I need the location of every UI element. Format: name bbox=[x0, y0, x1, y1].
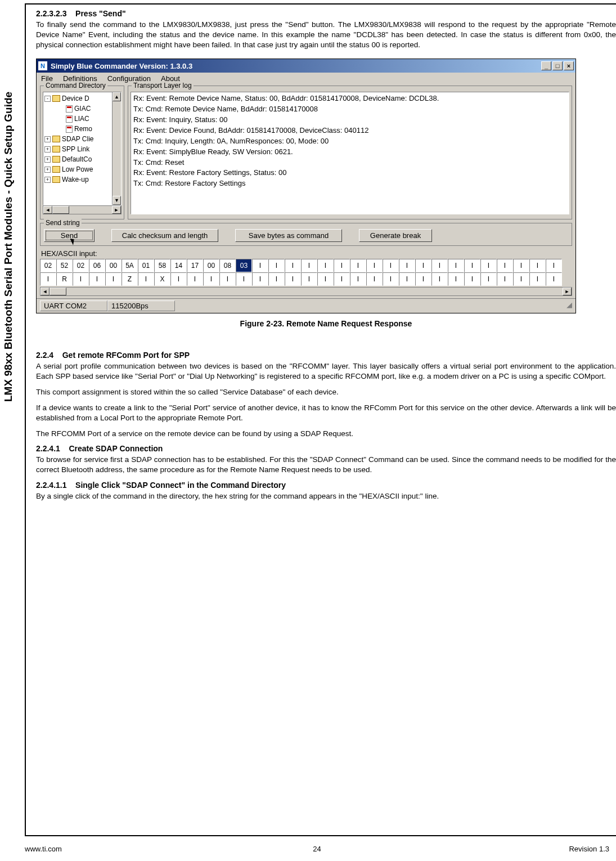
scroll-down-icon[interactable]: ▼ bbox=[113, 196, 121, 205]
scroll-thumb[interactable] bbox=[52, 206, 69, 214]
hex-cell[interactable]: I bbox=[497, 259, 513, 272]
hex-cell[interactable]: I bbox=[252, 259, 268, 272]
hex-cell[interactable]: I bbox=[415, 272, 431, 286]
hex-cell[interactable]: I bbox=[399, 272, 415, 286]
hex-cell[interactable]: I bbox=[40, 272, 56, 286]
hex-hscroll[interactable]: ◄ ► bbox=[40, 287, 572, 296]
hex-cell[interactable]: R bbox=[56, 272, 73, 286]
scroll-up-icon[interactable]: ▲ bbox=[113, 92, 121, 101]
expand-toggle-icon[interactable]: - bbox=[44, 96, 51, 102]
hex-cell[interactable]: I bbox=[203, 272, 219, 286]
hex-cell[interactable]: I bbox=[252, 272, 268, 286]
command-tree[interactable]: -Device DGIACLIACRemo+SDAP Clie+SPP Link… bbox=[43, 92, 122, 205]
hex-cell[interactable]: Z bbox=[122, 272, 138, 286]
hex-cell[interactable]: 03 bbox=[236, 259, 252, 272]
expand-toggle-icon[interactable]: + bbox=[44, 167, 51, 173]
hex-cell[interactable]: I bbox=[464, 259, 480, 272]
hex-cell[interactable]: I bbox=[105, 272, 122, 286]
hex-cell[interactable]: I bbox=[464, 272, 480, 286]
hex-cell[interactable]: I bbox=[529, 272, 546, 286]
tree-row[interactable]: +DefaultCo bbox=[44, 154, 120, 164]
expand-toggle-icon[interactable]: + bbox=[44, 136, 51, 142]
hex-cell[interactable]: I bbox=[350, 272, 366, 286]
save-bytes-button[interactable]: Save bytes as command bbox=[235, 229, 342, 242]
hex-cell[interactable]: 08 bbox=[219, 259, 236, 272]
hex-cell[interactable]: I bbox=[366, 272, 383, 286]
tree-row[interactable]: +SPP Link bbox=[44, 144, 120, 154]
hex-cell[interactable]: 00 bbox=[203, 259, 219, 272]
hex-cell[interactable]: I bbox=[301, 259, 317, 272]
hex-cell[interactable]: I bbox=[399, 259, 415, 272]
hex-cell[interactable]: I bbox=[285, 259, 301, 272]
close-button[interactable]: × bbox=[564, 61, 574, 70]
hex-cell[interactable]: I bbox=[366, 259, 383, 272]
hex-grid[interactable]: 02520206005A01581417000803IIIIIIIIIIIIII… bbox=[40, 259, 572, 286]
send-button[interactable]: Send bbox=[44, 229, 95, 242]
hex-cell[interactable]: I bbox=[431, 272, 448, 286]
hex-cell[interactable]: I bbox=[334, 259, 350, 272]
tree-row[interactable]: Remo bbox=[44, 124, 120, 134]
hex-cell[interactable]: I bbox=[236, 272, 252, 286]
hex-cell[interactable]: I bbox=[170, 272, 187, 286]
hex-cell[interactable]: I bbox=[497, 272, 513, 286]
hex-cell[interactable]: I bbox=[268, 272, 285, 286]
generate-break-button[interactable]: Generate break bbox=[359, 229, 432, 242]
hex-cell[interactable]: I bbox=[383, 272, 399, 286]
hex-cell[interactable]: 00 bbox=[105, 259, 122, 272]
hex-cell[interactable]: I bbox=[268, 259, 285, 272]
minimize-button[interactable]: _ bbox=[541, 61, 551, 70]
hex-cell[interactable]: I bbox=[448, 272, 464, 286]
tree-vscroll[interactable]: ▲ ▼ bbox=[112, 92, 121, 205]
hex-cell[interactable]: I bbox=[513, 259, 529, 272]
resize-grip-icon[interactable]: ◢ bbox=[562, 301, 572, 311]
hex-cell[interactable]: I bbox=[546, 272, 562, 286]
hex-cell[interactable]: I bbox=[480, 272, 497, 286]
hex-cell[interactable]: I bbox=[383, 259, 399, 272]
expand-toggle-icon[interactable]: + bbox=[44, 146, 51, 153]
hex-scroll-left-icon[interactable]: ◄ bbox=[41, 288, 50, 295]
tree-row[interactable]: +SDAP Clie bbox=[44, 134, 120, 144]
hex-cell[interactable]: I bbox=[415, 259, 431, 272]
tree-row[interactable]: GIAC bbox=[44, 104, 120, 114]
tree-row[interactable]: +Low Powe bbox=[44, 164, 120, 174]
tree-row[interactable]: LIAC bbox=[44, 114, 120, 124]
hex-cell[interactable]: I bbox=[480, 259, 497, 272]
hex-cell[interactable]: 02 bbox=[73, 259, 89, 272]
hex-cell[interactable]: I bbox=[285, 272, 301, 286]
hex-cell[interactable]: I bbox=[301, 272, 317, 286]
hex-cell[interactable]: I bbox=[448, 259, 464, 272]
hex-cell[interactable]: I bbox=[350, 259, 366, 272]
maximize-button[interactable]: □ bbox=[552, 61, 563, 70]
hex-cell[interactable]: I bbox=[187, 272, 203, 286]
hex-cell[interactable]: I bbox=[431, 259, 448, 272]
tree-row[interactable]: -Device D bbox=[44, 93, 120, 104]
calc-checksum-button[interactable]: Calc checksum and length bbox=[111, 229, 218, 242]
hex-cell[interactable]: 58 bbox=[154, 259, 170, 272]
log-text[interactable]: Rx: Event: Remote Device Name, Status: 0… bbox=[131, 92, 569, 214]
hex-cell[interactable]: I bbox=[317, 259, 334, 272]
hex-cell[interactable]: 17 bbox=[187, 259, 203, 272]
scroll-right-icon[interactable]: ► bbox=[112, 206, 121, 214]
hex-cell[interactable]: I bbox=[546, 259, 562, 272]
hex-cell[interactable]: 02 bbox=[40, 259, 56, 272]
hex-cell[interactable]: 01 bbox=[138, 259, 154, 272]
hex-cell[interactable]: I bbox=[89, 272, 105, 286]
hex-cell[interactable]: I bbox=[513, 272, 529, 286]
scroll-left-icon[interactable]: ◄ bbox=[43, 206, 52, 214]
hex-cell[interactable]: 52 bbox=[56, 259, 73, 272]
expand-toggle-icon[interactable]: + bbox=[44, 156, 51, 163]
hex-cell[interactable]: X bbox=[154, 272, 170, 286]
hex-cell[interactable]: 06 bbox=[89, 259, 105, 272]
hex-cell[interactable]: I bbox=[138, 272, 154, 286]
hex-cell[interactable]: I bbox=[219, 272, 236, 286]
tree-hscroll[interactable]: ◄ ► bbox=[43, 205, 122, 214]
hex-cell[interactable]: I bbox=[317, 272, 334, 286]
hex-cell[interactable]: I bbox=[73, 272, 89, 286]
hex-cell[interactable]: 14 bbox=[170, 259, 187, 272]
hex-cell[interactable]: I bbox=[334, 272, 350, 286]
hex-scroll-thumb[interactable] bbox=[50, 288, 66, 295]
tree-row[interactable]: +Wake-up bbox=[44, 174, 120, 185]
hex-cell[interactable]: I bbox=[529, 259, 546, 272]
hex-cell[interactable]: 5A bbox=[122, 259, 138, 272]
expand-toggle-icon[interactable]: + bbox=[44, 177, 51, 183]
